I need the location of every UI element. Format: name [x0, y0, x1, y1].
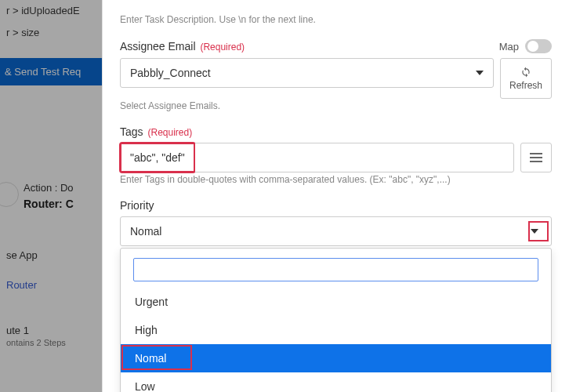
- priority-option-normal-text: Nomal: [135, 352, 166, 365]
- assignee-email-label: Assignee Email (Required): [120, 40, 245, 53]
- menu-icon: [530, 153, 542, 162]
- assignee-label-text: Assignee Email: [120, 40, 196, 53]
- assignee-email-select[interactable]: Pabbly_Connect: [120, 58, 494, 88]
- config-panel: Enter Task Description. Use \n for the n…: [102, 0, 569, 392]
- priority-option-normal[interactable]: Nomal: [121, 344, 551, 372]
- assignee-helper: Select Assignee Emails.: [120, 100, 552, 111]
- priority-option-urgent[interactable]: Urgent: [121, 288, 551, 316]
- caret-down-icon: [527, 227, 542, 235]
- tags-label-text: Tags: [120, 125, 143, 138]
- priority-selected-value: Nomal: [130, 225, 161, 238]
- required-indicator: (Required): [147, 127, 192, 138]
- svg-rect-1: [530, 157, 542, 158]
- priority-option-low[interactable]: Low: [121, 372, 551, 392]
- tags-helper: Enter Tags in double-quotes with comma-s…: [120, 174, 552, 185]
- caret-down-icon: [476, 71, 484, 75]
- priority-label: Priority: [120, 199, 552, 212]
- refresh-icon: [520, 67, 531, 78]
- priority-search-input[interactable]: [133, 258, 538, 281]
- map-label: Map: [499, 41, 519, 53]
- svg-rect-2: [530, 161, 542, 162]
- priority-option-high[interactable]: High: [121, 316, 551, 344]
- assignee-selected-value: Pabbly_Connect: [130, 67, 211, 79]
- map-toggle[interactable]: [525, 39, 552, 53]
- sidebar-overlay: [0, 0, 102, 392]
- tags-input[interactable]: "abc", "def": [120, 143, 514, 172]
- required-indicator: (Required): [200, 42, 245, 53]
- priority-dropdown: Urgent High Nomal Low: [120, 248, 552, 392]
- refresh-button[interactable]: Refresh: [500, 58, 552, 99]
- task-description-helper: Enter Task Description. Use \n for the n…: [120, 14, 552, 25]
- refresh-label: Refresh: [509, 80, 542, 91]
- svg-rect-0: [530, 153, 542, 154]
- tags-label: Tags (Required): [120, 125, 552, 138]
- priority-select[interactable]: Nomal: [120, 216, 552, 246]
- tags-value: "abc", "def": [130, 151, 185, 164]
- map-toggle-group: Map: [499, 39, 552, 53]
- tags-menu-button[interactable]: [520, 143, 552, 172]
